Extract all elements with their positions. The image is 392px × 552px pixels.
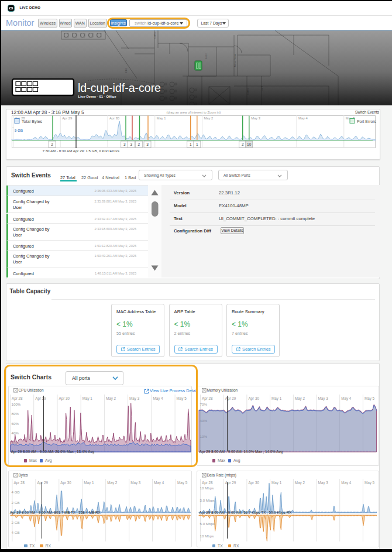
svg-text:5.0 Mbps: 5.0 Mbps: [200, 522, 215, 526]
svg-text:Apr 29: Apr 29: [37, 481, 48, 485]
svg-text:5 GB: 5 GB: [15, 129, 23, 132]
svg-text:May 4: May 4: [341, 481, 352, 485]
svg-text:2 GB: 2 GB: [12, 520, 20, 524]
svg-text:May 3: May 3: [318, 481, 329, 485]
svg-text:4 GB: 4 GB: [12, 490, 20, 494]
svg-text:May 4: May 4: [341, 396, 352, 401]
svg-text:10: 10: [247, 142, 252, 146]
svg-text:Apr 30: Apr 30: [60, 481, 71, 485]
svg-text:ld-cup-idf-a-core: ld-cup-idf-a-core: [78, 81, 161, 94]
svg-text:May 1: May 1: [271, 396, 282, 401]
svg-text:May 1: May 1: [157, 116, 166, 120]
svg-text:Apr 28: Apr 28: [13, 481, 25, 485]
svg-text:May 4: May 4: [298, 116, 308, 120]
svg-text:3: 3: [123, 142, 126, 146]
svg-text:3: 3: [146, 142, 149, 146]
svg-text:Apr 29: Apr 29: [225, 396, 236, 401]
svg-text:May 2: May 2: [204, 116, 214, 120]
svg-text:Apr 28: Apr 28: [202, 481, 213, 485]
svg-text:May 1: May 1: [84, 481, 94, 485]
svg-text:May 5: May 5: [177, 481, 188, 485]
svg-text:May 4: May 4: [154, 481, 164, 485]
svg-text:May 2: May 2: [295, 481, 305, 485]
svg-text:May 1: May 1: [271, 481, 282, 485]
svg-text:3: 3: [130, 142, 132, 146]
svg-text:Apr 30: Apr 30: [109, 116, 119, 120]
svg-text:Port Errors: Port Errors: [357, 119, 376, 124]
svg-text:70%: 70%: [200, 402, 208, 406]
svg-text:2: 2: [137, 142, 140, 146]
svg-text:May 2: May 2: [295, 396, 305, 401]
svg-text:2: 2: [242, 142, 244, 146]
svg-text:Apr 29: Apr 29: [62, 116, 72, 120]
svg-text:2 GB: 2 GB: [12, 500, 20, 505]
svg-text:Apr 29: Apr 29: [225, 481, 236, 485]
svg-text:Apr 28: Apr 28: [202, 396, 213, 401]
svg-text:4 GB: 4 GB: [12, 530, 20, 534]
svg-text:Live-Demo - 01 - Office: Live-Demo - 01 - Office: [78, 95, 117, 98]
svg-text:Apr 30: Apr 30: [248, 481, 259, 485]
svg-text:May 3: May 3: [318, 396, 329, 401]
svg-text:May 3: May 3: [251, 116, 260, 120]
svg-text:5.0 Mbps: 5.0 Mbps: [200, 498, 215, 502]
svg-text:10 Mbps: 10 Mbps: [200, 534, 214, 538]
svg-text:May 3: May 3: [130, 481, 141, 485]
svg-text:Apr 30: Apr 30: [248, 396, 259, 401]
svg-text:May 2: May 2: [107, 481, 118, 485]
svg-text:1: 1: [190, 142, 192, 146]
svg-text:Total Bytes: Total Bytes: [22, 119, 43, 124]
svg-text:10 Mbps: 10 Mbps: [200, 486, 214, 490]
svg-text:May 5: May 5: [365, 481, 375, 485]
svg-text:2: 2: [51, 142, 53, 146]
svg-text:1: 1: [196, 142, 198, 146]
svg-text:May 5: May 5: [365, 396, 375, 401]
